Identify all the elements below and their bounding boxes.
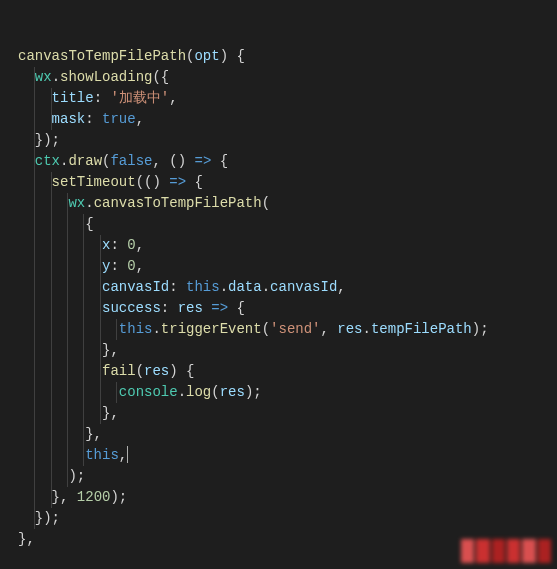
token-str: '加载中' xyxy=(110,90,169,106)
code-line: success: res => { xyxy=(18,298,549,319)
text-cursor xyxy=(127,446,128,463)
token-param: res xyxy=(144,363,169,379)
token-punc: ); xyxy=(110,489,127,505)
token-punc: ({ xyxy=(152,69,169,85)
token-punc: { xyxy=(211,153,228,169)
code-line: wx.canvasToTempFilePath( xyxy=(18,193,549,214)
token-param: res xyxy=(337,321,362,337)
token-punc: , xyxy=(337,279,345,295)
code-line: }, xyxy=(18,529,549,550)
token-punc: ( xyxy=(211,384,219,400)
token-key: title xyxy=(52,90,94,106)
token-punc: }, xyxy=(102,342,119,358)
token-num: 1200 xyxy=(77,489,111,505)
token-punc: ( xyxy=(262,195,270,211)
code-line: fail(res) { xyxy=(18,361,549,382)
token-key: success xyxy=(102,300,161,316)
token-punc: }, xyxy=(102,405,119,421)
code-line: { xyxy=(18,214,549,235)
token-punc: : xyxy=(85,111,102,127)
token-prop: tempFilePath xyxy=(371,321,472,337)
token-punc: : xyxy=(161,300,178,316)
token-param: res xyxy=(178,300,203,316)
token-punc: . xyxy=(363,321,371,337)
token-this: this xyxy=(85,447,119,463)
code-editor[interactable]: canvasToTempFilePath(opt) { wx.showLoadi… xyxy=(0,0,557,569)
token-fn: setTimeout xyxy=(52,174,136,190)
token-kw: => xyxy=(211,300,228,316)
token-this: this xyxy=(119,321,153,337)
code-line: console.log(res); xyxy=(18,382,549,403)
token-punc: }); xyxy=(35,132,60,148)
token-punc: . xyxy=(152,321,160,337)
token-punc: { xyxy=(186,174,203,190)
code-line: }); xyxy=(18,130,549,151)
token-punc: . xyxy=(262,279,270,295)
token-num: 0 xyxy=(127,258,135,274)
code-line: mask: true, xyxy=(18,109,549,130)
code-line: }, 1200); xyxy=(18,487,549,508)
token-punc: }, xyxy=(85,426,102,442)
token-punc: : xyxy=(94,90,111,106)
token-punc: ); xyxy=(245,384,262,400)
token-bool: false xyxy=(110,153,152,169)
token-kw: => xyxy=(169,174,186,190)
code-line: }, xyxy=(18,340,549,361)
token-fn: triggerEvent xyxy=(161,321,262,337)
token-punc: ); xyxy=(472,321,489,337)
token-punc: , xyxy=(119,447,127,463)
token-obj: wx xyxy=(35,69,52,85)
token-punc: ( xyxy=(136,363,144,379)
token-punc xyxy=(203,300,211,316)
token-punc: { xyxy=(228,300,245,316)
code-line: this, xyxy=(18,445,549,466)
token-punc: }); xyxy=(35,510,60,526)
token-punc: : xyxy=(110,237,127,253)
token-punc: ); xyxy=(68,468,85,484)
code-line: }, xyxy=(18,424,549,445)
code-line: ctx.draw(false, () => { xyxy=(18,151,549,172)
token-punc: . xyxy=(85,195,93,211)
token-obj: ctx xyxy=(35,153,60,169)
token-punc: , () xyxy=(152,153,194,169)
token-punc: ) { xyxy=(220,48,245,64)
code-content: canvasToTempFilePath(opt) { wx.showLoadi… xyxy=(18,46,549,550)
code-line: canvasId: this.data.canvasId, xyxy=(18,277,549,298)
token-param: opt xyxy=(194,48,219,64)
code-line: canvasToTempFilePath(opt) { xyxy=(18,46,549,67)
token-key: mask xyxy=(52,111,86,127)
token-punc: }, xyxy=(52,489,77,505)
token-punc: , xyxy=(136,237,144,253)
code-line: }); xyxy=(18,508,549,529)
token-punc: }, xyxy=(18,531,35,547)
code-line: wx.showLoading({ xyxy=(18,67,549,88)
code-line: y: 0, xyxy=(18,256,549,277)
token-prop: canvasId xyxy=(270,279,337,295)
code-line: x: 0, xyxy=(18,235,549,256)
code-line: this.triggerEvent('send', res.tempFilePa… xyxy=(18,319,549,340)
code-line: title: '加载中', xyxy=(18,88,549,109)
token-punc: { xyxy=(85,216,93,232)
token-fn: draw xyxy=(68,153,102,169)
token-fn: fail xyxy=(102,363,136,379)
code-line: }, xyxy=(18,403,549,424)
token-punc: ( xyxy=(262,321,270,337)
token-punc: . xyxy=(220,279,228,295)
token-str: 'send' xyxy=(270,321,320,337)
token-punc: , xyxy=(169,90,177,106)
token-this: this xyxy=(186,279,220,295)
token-obj: console xyxy=(119,384,178,400)
code-line: setTimeout(() => { xyxy=(18,172,549,193)
token-punc: : xyxy=(169,279,186,295)
token-punc: . xyxy=(52,69,60,85)
token-param: res xyxy=(220,384,245,400)
token-obj: wx xyxy=(68,195,85,211)
token-punc: , xyxy=(321,321,338,337)
token-punc: ) { xyxy=(169,363,194,379)
token-key: canvasId xyxy=(102,279,169,295)
token-punc: , xyxy=(136,258,144,274)
token-bool: true xyxy=(102,111,136,127)
token-fn: canvasToTempFilePath xyxy=(94,195,262,211)
token-kw: => xyxy=(194,153,211,169)
token-prop: data xyxy=(228,279,262,295)
